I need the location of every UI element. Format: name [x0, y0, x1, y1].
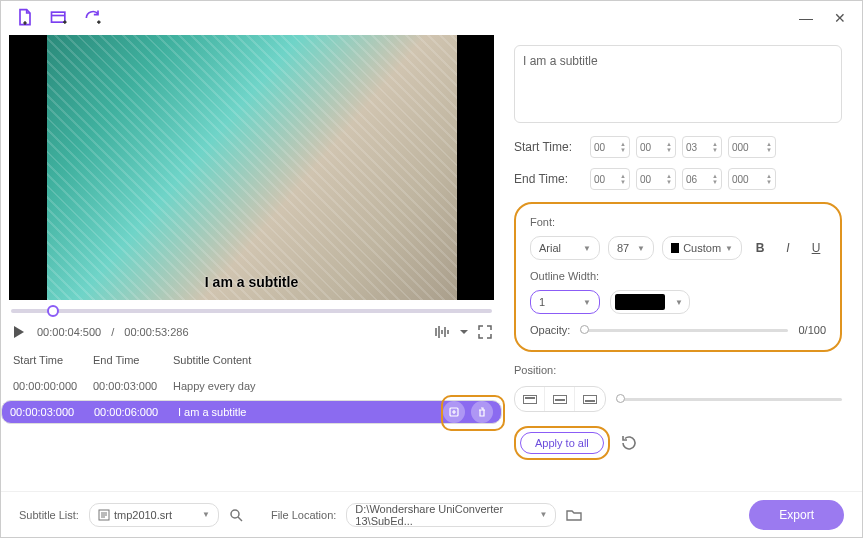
subtitle-list-label: Subtitle List: [19, 509, 79, 521]
start-ms[interactable]: 000▲▼ [728, 136, 776, 158]
file-location-label: File Location: [271, 509, 336, 521]
end-ms[interactable]: 000▲▼ [728, 168, 776, 190]
subtitle-row[interactable]: 00:00:00:000 00:00:03:000 Happy every da… [1, 372, 502, 400]
position-top-button[interactable] [515, 387, 545, 411]
subtitle-table-header: Start Time End Time Subtitle Content [1, 348, 502, 372]
position-slider[interactable] [616, 398, 842, 401]
italic-button[interactable]: I [778, 238, 798, 258]
end-time-label: End Time: [514, 172, 584, 186]
underline-button[interactable]: U [806, 238, 826, 258]
bold-button[interactable]: B [750, 238, 770, 258]
seek-bar[interactable] [11, 304, 492, 318]
search-icon[interactable] [229, 508, 243, 522]
outline-width-select[interactable]: 1▼ [530, 290, 600, 314]
close-button[interactable]: ✕ [826, 7, 854, 29]
reset-icon[interactable] [620, 434, 638, 452]
new-file-icon[interactable] [15, 8, 35, 28]
video-preview[interactable]: I am a subtitle [9, 35, 494, 300]
position-label: Position: [514, 364, 842, 376]
position-bottom-button[interactable] [575, 387, 605, 411]
end-minutes[interactable]: 00▲▼ [636, 168, 676, 190]
start-minutes[interactable]: 00▲▼ [636, 136, 676, 158]
minimize-button[interactable]: — [792, 7, 820, 29]
start-seconds[interactable]: 03▲▼ [682, 136, 722, 158]
sync-icon[interactable] [83, 8, 103, 28]
opacity-slider[interactable] [580, 329, 788, 332]
start-hours[interactable]: 00▲▼ [590, 136, 630, 158]
delete-subtitle-button[interactable] [471, 401, 493, 423]
font-color-select[interactable]: Custom▼ [662, 236, 742, 260]
export-button[interactable]: Export [749, 500, 844, 530]
subtitle-file-select[interactable]: tmp2010.srt▼ [89, 503, 219, 527]
opacity-label: Opacity: [530, 324, 570, 336]
outline-label: Outline Width: [530, 270, 826, 282]
new-window-icon[interactable] [49, 8, 69, 28]
subtitle-text-input[interactable] [514, 45, 842, 123]
svg-point-3 [231, 510, 239, 518]
chevron-down-icon[interactable] [460, 328, 468, 336]
time-current: 00:00:04:500 [37, 326, 101, 338]
waveform-icon[interactable] [434, 325, 450, 339]
end-seconds[interactable]: 06▲▼ [682, 168, 722, 190]
outline-color-select[interactable]: ▼ [610, 290, 690, 314]
svg-rect-0 [52, 12, 65, 22]
add-subtitle-button[interactable] [443, 401, 465, 423]
folder-icon[interactable] [566, 508, 582, 522]
font-family-select[interactable]: Arial▼ [530, 236, 600, 260]
start-time-label: Start Time: [514, 140, 584, 154]
font-label: Font: [530, 216, 826, 228]
fullscreen-icon[interactable] [478, 325, 492, 339]
font-size-select[interactable]: 87▼ [608, 236, 654, 260]
opacity-value: 0/100 [798, 324, 826, 336]
play-button[interactable] [11, 324, 27, 340]
apply-to-all-button[interactable]: Apply to all [520, 432, 604, 454]
subtitle-overlay: I am a subtitle [205, 274, 298, 290]
position-middle-button[interactable] [545, 387, 575, 411]
subtitle-row-selected[interactable]: 00:00:03:000 00:00:06:000 I am a subtitl… [1, 400, 502, 424]
end-hours[interactable]: 00▲▼ [590, 168, 630, 190]
time-total: 00:00:53:286 [124, 326, 188, 338]
file-location-select[interactable]: D:\Wondershare UniConverter 13\SubEd...▼ [346, 503, 556, 527]
